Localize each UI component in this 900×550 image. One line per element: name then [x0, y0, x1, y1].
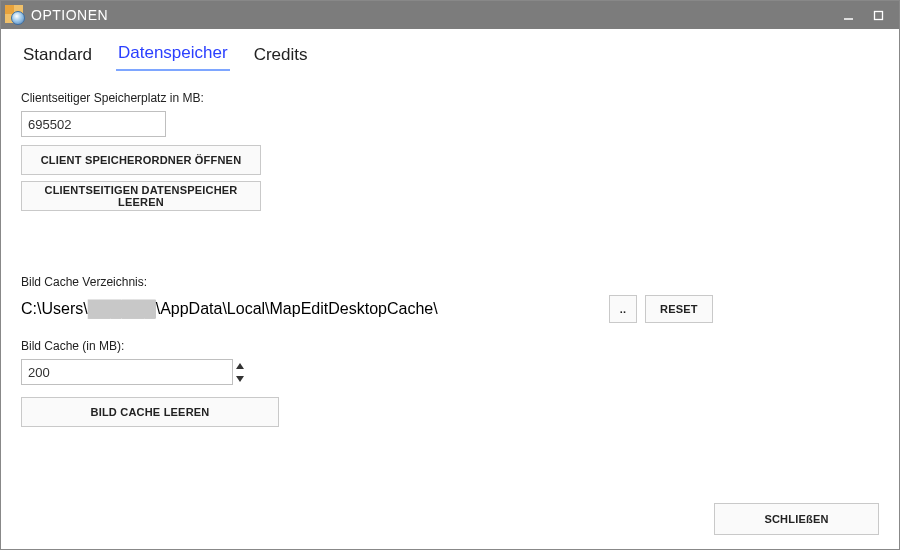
image-cache-size-input[interactable] [21, 359, 233, 385]
client-storage-input[interactable] [21, 111, 166, 137]
image-cache-size-stepper[interactable] [21, 359, 247, 385]
content-area: Standard Datenspeicher Credits Clientsei… [1, 29, 899, 549]
image-cache-dir-redacted: ██████ [88, 300, 156, 318]
browse-dir-button[interactable]: .. [609, 295, 637, 323]
image-cache-dir-input[interactable]: C:\Users\██████\AppData\Local\MapEditDes… [21, 295, 601, 323]
chevron-down-icon [236, 376, 244, 382]
minimize-button[interactable] [833, 1, 863, 29]
close-button[interactable]: SCHLIEßEN [714, 503, 879, 535]
maximize-button[interactable] [863, 1, 893, 29]
svg-marker-3 [236, 376, 244, 382]
clear-client-storage-button[interactable]: CLIENTSEITIGEN DATENSPEICHER LEEREN [21, 181, 261, 211]
titlebar: OPTIONEN [1, 1, 899, 29]
svg-marker-2 [236, 363, 244, 369]
maximize-icon [873, 10, 884, 21]
window-title: OPTIONEN [31, 7, 108, 23]
stepper-up-button[interactable] [233, 359, 247, 372]
tab-credits[interactable]: Credits [252, 41, 310, 71]
clear-image-cache-button[interactable]: BILD CACHE LEEREN [21, 397, 279, 427]
image-cache-dir-suffix: \AppData\Local\MapEditDesktopCache\ [156, 300, 438, 318]
options-window: OPTIONEN Standard Datenspeicher Credits … [0, 0, 900, 550]
minimize-icon [843, 10, 854, 21]
app-icon [5, 5, 25, 25]
tab-standard[interactable]: Standard [21, 41, 94, 71]
image-cache-size-label: Bild Cache (in MB): [21, 339, 879, 353]
client-storage-label: Clientseitiger Speicherplatz in MB: [21, 91, 879, 105]
footer: SCHLIEßEN [21, 493, 879, 535]
image-cache-dir-label: Bild Cache Verzeichnis: [21, 275, 879, 289]
open-client-folder-button[interactable]: CLIENT SPEICHERORDNER ÖFFNEN [21, 145, 261, 175]
svg-rect-1 [874, 11, 882, 19]
reset-dir-button[interactable]: RESET [645, 295, 713, 323]
tab-datenspeicher[interactable]: Datenspeicher [116, 39, 230, 71]
stepper-controls [233, 359, 247, 385]
image-cache-dir-prefix: C:\Users\ [21, 300, 88, 318]
tab-bar: Standard Datenspeicher Credits [21, 39, 879, 71]
chevron-up-icon [236, 363, 244, 369]
stepper-down-button[interactable] [233, 372, 247, 385]
